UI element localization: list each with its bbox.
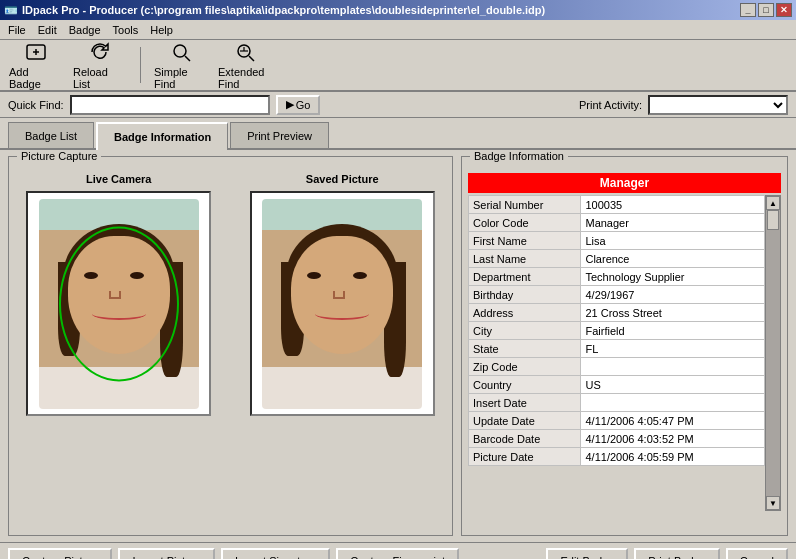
scroll-thumb[interactable] xyxy=(767,210,779,230)
field-key: Department xyxy=(469,268,581,286)
title-bar: 🪪 IDpack Pro - Producer (c:\program file… xyxy=(0,0,796,20)
print-activity-select[interactable] xyxy=(648,95,788,115)
extended-find-button[interactable]: Extended Find xyxy=(217,43,273,87)
toolbar-separator xyxy=(140,47,141,83)
scroll-up-button[interactable]: ▲ xyxy=(766,196,780,210)
minimize-button[interactable]: _ xyxy=(740,3,756,17)
capture-fingerprint-button[interactable]: Capture Fingerprint xyxy=(336,548,459,560)
table-row: Zip Code xyxy=(469,358,765,376)
close-button[interactable]: ✕ xyxy=(776,3,792,17)
tab-print-preview[interactable]: Print Preview xyxy=(230,122,329,148)
field-value: Fairfield xyxy=(581,322,765,340)
scroll-bar[interactable]: ▲ ▼ xyxy=(765,195,781,511)
field-key: Insert Date xyxy=(469,394,581,412)
table-row: CityFairfield xyxy=(469,322,765,340)
tab-badge-information[interactable]: Badge Information xyxy=(96,122,228,150)
quick-find-input[interactable] xyxy=(70,95,270,115)
go-icon: ▶ xyxy=(286,98,294,111)
picture-capture-cols: Live Camera xyxy=(17,173,444,416)
menu-help[interactable]: Help xyxy=(144,22,179,38)
table-row: Last NameClarence xyxy=(469,250,765,268)
reload-icon xyxy=(88,40,112,64)
saved-picture-title: Saved Picture xyxy=(306,173,379,185)
field-value: Lisa xyxy=(581,232,765,250)
table-row: Address21 Cross Street xyxy=(469,304,765,322)
cancel-button[interactable]: Cancel xyxy=(726,548,788,560)
field-key: Country xyxy=(469,376,581,394)
table-row: Birthday4/29/1967 xyxy=(469,286,765,304)
tab-badge-list[interactable]: Badge List xyxy=(8,122,94,148)
badge-info-group-label: Badge Information xyxy=(470,150,568,162)
field-value: 4/11/2006 4:03:52 PM xyxy=(581,430,765,448)
field-key: Zip Code xyxy=(469,358,581,376)
saved-picture-frame xyxy=(250,191,435,416)
picture-capture-label: Picture Capture xyxy=(17,150,101,162)
table-row: Barcode Date4/11/2006 4:03:52 PM xyxy=(469,430,765,448)
field-value: Clarence xyxy=(581,250,765,268)
print-badge-button[interactable]: Print Badge xyxy=(634,548,719,560)
add-badge-button[interactable]: Add Badge xyxy=(8,43,64,87)
badge-info-header: Manager xyxy=(468,173,781,193)
extended-find-icon xyxy=(233,40,257,64)
bottom-buttons-bar: Capture Picture Import Picture Import Si… xyxy=(0,542,796,559)
table-row: First NameLisa xyxy=(469,232,765,250)
field-key: State xyxy=(469,340,581,358)
menu-badge[interactable]: Badge xyxy=(63,22,107,38)
field-value: US xyxy=(581,376,765,394)
field-value: Manager xyxy=(581,214,765,232)
simple-find-button[interactable]: Simple Find xyxy=(153,43,209,87)
import-signature-button[interactable]: Import Signature xyxy=(221,548,330,560)
saved-picture-col: Saved Picture xyxy=(250,173,435,416)
print-activity-label: Print Activity: xyxy=(579,99,642,111)
scroll-down-button[interactable]: ▼ xyxy=(766,496,780,510)
live-camera-title: Live Camera xyxy=(86,173,151,185)
reload-list-label: Reload List xyxy=(73,66,127,90)
extended-find-label: Extended Find xyxy=(218,66,272,90)
capture-picture-button[interactable]: Capture Picture xyxy=(8,548,112,560)
field-key: Last Name xyxy=(469,250,581,268)
menu-tools[interactable]: Tools xyxy=(107,22,145,38)
title-bar-text: IDpack Pro - Producer (c:\program files\… xyxy=(22,4,545,16)
svg-line-4 xyxy=(185,56,190,61)
field-value: 4/11/2006 4:05:59 PM xyxy=(581,448,765,466)
field-key: Address xyxy=(469,304,581,322)
live-camera-col: Live Camera xyxy=(26,173,211,416)
table-row: Color CodeManager xyxy=(469,214,765,232)
menu-edit[interactable]: Edit xyxy=(32,22,63,38)
quick-find-bar: Quick Find: ▶ Go Print Activity: xyxy=(0,92,796,118)
picture-capture-panel: Picture Capture Live Camera xyxy=(8,156,453,536)
field-value: 4/11/2006 4:05:47 PM xyxy=(581,412,765,430)
field-key: Update Date xyxy=(469,412,581,430)
field-key: Picture Date xyxy=(469,448,581,466)
svg-point-3 xyxy=(174,45,186,57)
main-content: Picture Capture Live Camera xyxy=(0,150,796,542)
field-value: 100035 xyxy=(581,196,765,214)
field-key: City xyxy=(469,322,581,340)
field-value: FL xyxy=(581,340,765,358)
menu-bar: File Edit Badge Tools Help xyxy=(0,20,796,40)
toolbar: Add Badge Reload List Simple Find Extend… xyxy=(0,40,796,92)
table-row: DepartmentTechnology Supplier xyxy=(469,268,765,286)
go-button[interactable]: ▶ Go xyxy=(276,95,321,115)
simple-find-label: Simple Find xyxy=(154,66,208,90)
maximize-button[interactable]: □ xyxy=(758,3,774,17)
badge-info-table: Serial Number100035Color CodeManagerFirs… xyxy=(468,195,765,466)
table-row: Insert Date xyxy=(469,394,765,412)
table-row: CountryUS xyxy=(469,376,765,394)
badge-info-panel: Badge Information Manager Serial Number1… xyxy=(461,156,788,536)
field-key: Birthday xyxy=(469,286,581,304)
quick-find-label: Quick Find: xyxy=(8,99,64,111)
tab-row: Badge List Badge Information Print Previ… xyxy=(0,118,796,150)
scroll-track xyxy=(766,210,780,496)
live-camera-frame xyxy=(26,191,211,416)
menu-file[interactable]: File xyxy=(2,22,32,38)
field-value xyxy=(581,358,765,376)
field-key: First Name xyxy=(469,232,581,250)
field-key: Color Code xyxy=(469,214,581,232)
app-icon: 🪪 xyxy=(4,4,18,17)
import-picture-button[interactable]: Import Picture xyxy=(118,548,214,560)
field-value: 4/29/1967 xyxy=(581,286,765,304)
reload-list-button[interactable]: Reload List xyxy=(72,43,128,87)
svg-line-6 xyxy=(249,56,254,61)
edit-badge-button[interactable]: Edit Badge xyxy=(546,548,628,560)
